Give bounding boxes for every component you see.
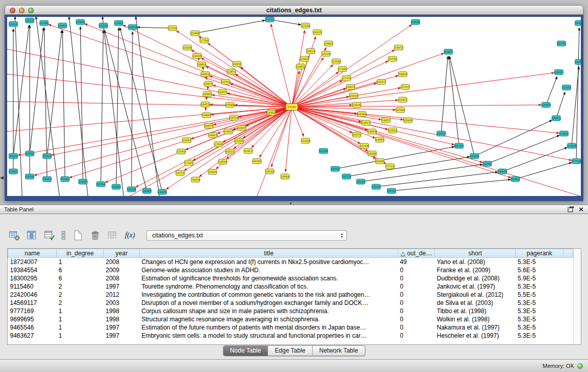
column-header-year[interactable]: year bbox=[104, 249, 140, 258]
graph-edge[interactable] bbox=[292, 53, 444, 107]
table-cell[interactable]: Dudbridge et al. (2008) bbox=[435, 274, 516, 282]
graph-node[interactable]: 19458 bbox=[575, 59, 581, 64]
window-titlebar[interactable]: citations_edges.txt bbox=[5, 5, 583, 15]
table-cell[interactable]: 49 bbox=[398, 258, 435, 266]
graph-node[interactable]: 12235 bbox=[158, 189, 167, 194]
graph-node[interactable]: 18237 bbox=[555, 70, 563, 75]
table-cell[interactable]: 9465546 bbox=[8, 323, 57, 332]
graph-node[interactable]: 92776 bbox=[557, 41, 566, 46]
table-row[interactable]: 946554611997Estimation of the future num… bbox=[8, 323, 573, 332]
create-column-button[interactable] bbox=[42, 228, 56, 243]
table-vertical-scrollbar[interactable] bbox=[573, 249, 581, 344]
graph-edge[interactable] bbox=[361, 164, 483, 182]
tab-network-table[interactable]: Network Table bbox=[312, 346, 365, 356]
graph-node[interactable]: 16386 bbox=[40, 20, 49, 26]
graph-node[interactable]: 21816 bbox=[193, 53, 202, 58]
table-cell[interactable]: 5.3E-5 bbox=[516, 258, 563, 266]
graph-node[interactable]: 59051 bbox=[43, 177, 52, 182]
graph-node[interactable]: 10103 bbox=[568, 143, 576, 148]
table-cell[interactable]: 5.3E-5 bbox=[516, 299, 563, 307]
table-cell[interactable]: Wolkin et al. (1998) bbox=[435, 315, 516, 323]
left-panel-collapse-arrow[interactable]: ◀ bbox=[0, 175, 4, 180]
graph-node[interactable]: 13216 bbox=[353, 102, 361, 107]
graph-node[interactable]: 17692 bbox=[214, 142, 223, 147]
graph-node[interactable]: 18164 bbox=[350, 93, 358, 98]
graph-node[interactable]: 86791 bbox=[455, 143, 464, 148]
tab-node-table[interactable]: Node Table bbox=[223, 346, 268, 356]
graph-edge[interactable] bbox=[7, 107, 292, 132]
column-header-out_degree[interactable]: △ out_de… bbox=[398, 249, 435, 258]
graph-edge[interactable] bbox=[136, 107, 292, 187]
graph-node[interactable]: 17897 bbox=[115, 20, 123, 26]
graph-edge[interactable] bbox=[376, 172, 498, 187]
graph-edge[interactable] bbox=[572, 67, 579, 146]
table-cell[interactable]: Hescheler et al. (1997) bbox=[435, 332, 516, 340]
graph-node[interactable]: 17125 bbox=[185, 160, 193, 165]
graph-edge[interactable] bbox=[292, 107, 483, 162]
column-header-title[interactable]: title bbox=[140, 249, 398, 258]
table-row[interactable]: 946362711997Embryonic stem cells: a mode… bbox=[8, 332, 573, 340]
table-cell[interactable]: 5.5E-5 bbox=[516, 291, 563, 299]
graph-edge[interactable] bbox=[292, 107, 581, 196]
table-row[interactable]: 911546021997Tourette syndrome. Phenomeno… bbox=[8, 282, 573, 291]
table-cell[interactable]: Franke et al. (2009) bbox=[435, 266, 516, 274]
table-cell[interactable]: 0 bbox=[398, 323, 435, 332]
table-cell[interactable]: Nakamura et al. (1997) bbox=[435, 323, 516, 332]
graph-edge[interactable] bbox=[556, 92, 565, 118]
graph-node[interactable]: 16155 bbox=[253, 159, 262, 164]
table-cell[interactable]: 0 bbox=[398, 274, 435, 282]
table-cell[interactable]: 1 bbox=[57, 323, 104, 332]
graph-edge[interactable] bbox=[114, 107, 292, 196]
graph-node[interactable]: 10973 bbox=[395, 45, 403, 50]
graph-edge[interactable] bbox=[487, 135, 560, 164]
table-cell[interactable]: 0 bbox=[398, 266, 435, 274]
graph-node[interactable]: 74850 bbox=[399, 72, 407, 77]
table-cell[interactable]: Changes of HCN gene expression and I(f) … bbox=[140, 258, 398, 266]
column-header-in_degree[interactable]: in_degree bbox=[57, 249, 104, 258]
graph-node[interactable]: 97594 bbox=[226, 102, 234, 107]
graph-node[interactable]: 16914 bbox=[470, 154, 479, 159]
graph-node[interactable]: 22037 bbox=[237, 125, 246, 130]
network-view-window[interactable]: citations_edges.txt 17240157222240817784… bbox=[5, 5, 583, 201]
graph-node[interactable]: 18248 bbox=[368, 151, 377, 156]
graph-node[interactable]: 19139 bbox=[26, 18, 34, 23]
table-cell[interactable]: 5.3E-5 bbox=[516, 323, 563, 332]
graph-node[interactable]: 15184 bbox=[301, 138, 310, 143]
graph-edge[interactable] bbox=[30, 28, 43, 154]
row-options-button[interactable] bbox=[59, 228, 68, 243]
graph-node[interactable]: 20689 bbox=[26, 151, 34, 156]
table-cell[interactable]: Genome-wide association studies in ADHD. bbox=[140, 266, 398, 274]
network-canvas[interactable]: 1724015722224081778414204218161895120521… bbox=[7, 17, 581, 196]
table-cell[interactable]: 14569117 bbox=[8, 299, 57, 307]
graph-edge[interactable] bbox=[270, 19, 301, 25]
graph-node[interactable]: 19058 bbox=[26, 174, 34, 179]
table-cell[interactable]: 2009 bbox=[104, 266, 140, 274]
table-cell[interactable]: 1997 bbox=[104, 323, 140, 332]
graph-node[interactable]: 15654 bbox=[128, 25, 137, 30]
graph-node[interactable]: 16298 bbox=[99, 23, 108, 28]
table-cell[interactable]: 5.6E-5 bbox=[516, 266, 563, 274]
table-row[interactable]: 1456911722003Disruption of a novel membe… bbox=[8, 299, 573, 307]
graph-node[interactable]: 12124 bbox=[301, 23, 310, 28]
graph-node[interactable]: 16502 bbox=[388, 128, 397, 133]
table-cell[interactable]: Corpus callosum shape and size in male p… bbox=[140, 307, 398, 315]
graph-node[interactable]: 20521 bbox=[201, 72, 210, 77]
table-cell[interactable]: 5.3E-5 bbox=[516, 282, 563, 291]
graph-edge[interactable] bbox=[132, 32, 133, 189]
graph-node[interactable]: 19691 bbox=[203, 92, 212, 97]
graph-edge[interactable] bbox=[391, 180, 511, 191]
graph-edge[interactable] bbox=[52, 107, 292, 155]
graph-node[interactable]: 19613 bbox=[307, 49, 315, 54]
graph-edge[interactable] bbox=[292, 73, 554, 107]
table-cell[interactable]: 1 bbox=[57, 307, 104, 315]
graph-node[interactable]: 81830 bbox=[411, 19, 420, 25]
graph-edge[interactable] bbox=[208, 43, 292, 107]
table-row[interactable]: 969969511998Structural magnetic resonanc… bbox=[8, 315, 573, 323]
graph-node[interactable]: 18958 bbox=[368, 129, 377, 134]
graph-node[interactable]: 18616 bbox=[575, 20, 581, 26]
graph-node[interactable]: 20575 bbox=[353, 132, 361, 137]
zoom-window-button[interactable] bbox=[28, 8, 34, 13]
graph-node[interactable]: 16134 bbox=[322, 51, 331, 56]
graph-node[interactable]: 18915 bbox=[208, 169, 217, 174]
minimize-window-button[interactable] bbox=[19, 8, 25, 13]
